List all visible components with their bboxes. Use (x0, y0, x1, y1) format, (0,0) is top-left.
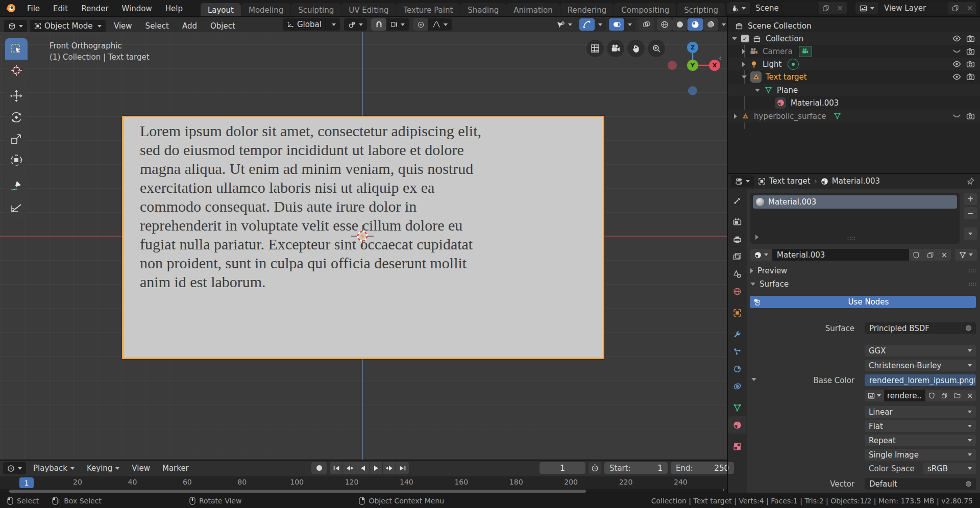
pan-view-button[interactable] (627, 40, 645, 57)
menu-object[interactable]: Object (205, 18, 240, 34)
disable-render-camera-icon[interactable] (966, 60, 975, 68)
link-material-dropdown[interactable] (955, 249, 977, 261)
tab-uv-editing[interactable]: UV Editing (341, 3, 396, 17)
proportional-falloff-dropdown[interactable] (428, 18, 452, 31)
light-expand-toggle[interactable] (742, 62, 745, 67)
use-nodes-button[interactable]: Use Nodes (750, 296, 976, 308)
scene-unlink-button[interactable]: × (833, 2, 847, 14)
camera-data-badge[interactable] (799, 46, 812, 57)
tool-cursor[interactable] (5, 60, 28, 81)
gizmo-axis-z-neg[interactable] (688, 86, 697, 95)
divider[interactable] (728, 173, 980, 174)
disable-render-camera-icon[interactable] (966, 34, 975, 43)
unlink-material-button[interactable]: × (938, 249, 951, 261)
menu-file[interactable]: File (20, 0, 46, 17)
view-layer-remove-button[interactable]: × (963, 2, 976, 14)
gizmo-axis-z[interactable]: Z (687, 42, 698, 53)
projection-dropdown[interactable]: Flat (865, 420, 976, 432)
material-name-field[interactable]: Material.003 (772, 249, 909, 261)
record-button[interactable] (311, 462, 327, 474)
copy-material-button[interactable] (923, 249, 938, 261)
tab-object[interactable] (728, 304, 746, 321)
transform-orientation-dropdown[interactable]: Global (283, 18, 340, 31)
outliner-row-collection[interactable]: ✓ Collection (728, 32, 980, 45)
text-target-expand-toggle[interactable] (742, 75, 747, 79)
shading-wireframe-button[interactable] (657, 18, 672, 31)
hyperbolic-expand-toggle[interactable] (734, 114, 737, 119)
tab-particles[interactable] (728, 343, 746, 360)
divider[interactable] (0, 460, 727, 461)
gizmo-axis-x-neg[interactable] (668, 61, 677, 70)
menu-help[interactable]: Help (159, 0, 189, 17)
slot-list-grip[interactable]: ∷∷ (847, 235, 855, 242)
view-layer-name-field[interactable]: View Layer × (880, 2, 976, 14)
fake-user-button[interactable] (909, 249, 923, 261)
open-image-button[interactable] (951, 390, 964, 401)
outliner-row-hyperbolic-surface[interactable]: hyperbolic_surface (728, 110, 980, 122)
remove-material-slot-button[interactable]: − (964, 207, 977, 219)
zoom-view-button[interactable] (648, 40, 665, 57)
surface-shader-field[interactable]: Principled BSDF (865, 322, 976, 334)
jump-to-end-button[interactable] (396, 462, 409, 474)
jump-to-start-button[interactable] (330, 462, 342, 474)
base-color-value-field[interactable]: rendered_lorem_ipsum.png (865, 374, 976, 386)
menu-timeline-view[interactable]: View (127, 462, 155, 474)
tab-constraints[interactable] (728, 377, 746, 395)
plane-expand-toggle[interactable] (755, 89, 760, 92)
outliner-row-camera[interactable]: Camera (728, 45, 980, 58)
tab-physics[interactable] (728, 360, 746, 377)
outliner-row-material[interactable]: Material.003 (728, 96, 980, 109)
hidden-eye-closed-icon[interactable] (952, 112, 961, 120)
image-copy-button[interactable] (938, 390, 951, 401)
hidden-eye-closed-icon[interactable] (952, 47, 961, 56)
tab-texture[interactable] (728, 438, 746, 455)
navigation-gizmo[interactable]: Z Y X (664, 37, 725, 104)
start-frame-field[interactable]: Start:1 (604, 462, 668, 474)
menu-playback[interactable]: Playback (28, 462, 80, 474)
outliner-row-plane[interactable]: Plane (728, 84, 980, 96)
browse-image-button[interactable] (865, 390, 884, 401)
menu-render[interactable]: Render (75, 0, 115, 17)
playhead[interactable]: 1 (19, 477, 34, 488)
divider[interactable] (727, 17, 728, 493)
extension-dropdown[interactable]: Repeat (865, 435, 976, 446)
tab-modeling[interactable]: Modeling (241, 3, 290, 17)
viewport-editor-type-button[interactable] (4, 20, 27, 32)
properties-editor-type-button[interactable] (731, 175, 754, 187)
camera-expand-toggle[interactable] (742, 49, 745, 54)
tab-compositing[interactable]: Compositing (614, 3, 676, 17)
panel-grip[interactable]: ∷∷ (969, 268, 977, 274)
pivot-point-dropdown[interactable] (344, 18, 367, 31)
tab-view-layer[interactable] (728, 248, 746, 265)
interpolation-dropdown[interactable]: Linear (865, 406, 976, 418)
snap-toggle[interactable] (371, 18, 386, 31)
slot-list-expand[interactable] (755, 235, 758, 240)
tool-transform[interactable] (5, 149, 28, 171)
light-data-badge[interactable] (788, 59, 799, 70)
tab-scripting[interactable]: Scripting (677, 3, 725, 17)
snap-to-dropdown[interactable] (386, 18, 409, 31)
disable-render-camera-icon[interactable] (966, 112, 975, 120)
collection-expand-toggle[interactable] (732, 37, 737, 40)
current-frame-field[interactable]: 1 (540, 462, 585, 474)
tab-scene[interactable] (728, 265, 746, 283)
image-fake-user-button[interactable] (925, 390, 938, 401)
tool-measure[interactable] (5, 196, 28, 218)
shading-rendered-button[interactable] (703, 18, 718, 31)
scene-copy-button[interactable] (819, 2, 833, 14)
vector-field[interactable]: Default (865, 478, 976, 490)
collection-checkbox[interactable]: ✓ (741, 35, 749, 42)
tab-modifiers[interactable] (728, 325, 746, 343)
view-layer-copy-button[interactable] (948, 2, 963, 14)
tool-move[interactable] (5, 85, 28, 107)
disable-render-camera-icon[interactable] (966, 47, 975, 56)
material-specials-dropdown[interactable] (964, 227, 977, 240)
menu-add[interactable]: Add (177, 18, 202, 34)
viewport-canvas[interactable]: Lorem ipsum dolor sit amet, consectetur … (0, 32, 727, 460)
menu-marker[interactable]: Marker (157, 462, 194, 474)
menu-keying[interactable]: Keying (82, 462, 125, 474)
tab-world[interactable] (728, 283, 746, 300)
tab-animation[interactable]: Animation (506, 3, 559, 17)
menu-select[interactable]: Select (140, 18, 174, 34)
distribution-dropdown[interactable]: GGX (865, 345, 976, 357)
